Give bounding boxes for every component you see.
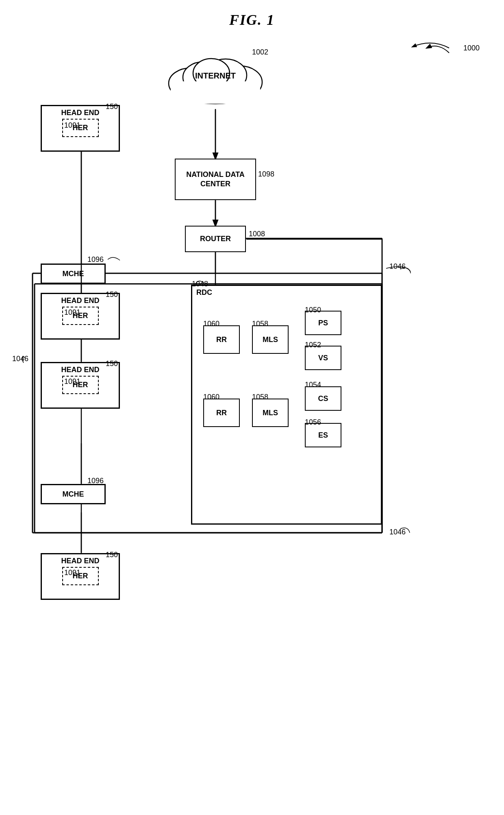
cs-node: CS <box>305 386 341 411</box>
rdc-label: RDC <box>196 288 212 297</box>
mls-1-label: MLS <box>263 336 278 344</box>
ref-mche-top: 1096 <box>87 255 104 264</box>
ref-her1: 1091 <box>64 121 80 130</box>
rr-2-node: RR <box>203 399 240 427</box>
ref-cs: 1054 <box>305 381 321 389</box>
he4-label: HEAD END <box>61 557 99 565</box>
diagram-container: FIG. 1 1000 <box>0 0 504 815</box>
ref-mls1: 1058 <box>252 320 268 328</box>
ref-rr1: 1060 <box>203 320 219 328</box>
ref-he2: 150 <box>106 290 118 299</box>
ref-router: 1008 <box>249 230 265 238</box>
ref-internet: 1002 <box>252 48 268 57</box>
ref-he3: 150 <box>106 360 118 368</box>
svg-rect-22 <box>171 81 260 104</box>
rr-1-node: RR <box>203 325 240 354</box>
ref-her3: 1091 <box>64 377 80 386</box>
he2-label: HEAD END <box>61 296 99 305</box>
mche-top-node: MCHE <box>41 264 106 284</box>
ref-he1: 150 <box>106 102 118 111</box>
router-label: ROUTER <box>200 235 231 243</box>
rr-1-label: RR <box>216 336 227 344</box>
ref-es: 1056 <box>305 418 321 427</box>
vs-label: VS <box>318 354 328 362</box>
he3-label: HEAD END <box>61 366 99 374</box>
ref-1046-top: 1046 <box>389 262 406 271</box>
mche-top-label: MCHE <box>63 270 84 278</box>
ref-rdc: 1048 <box>192 280 208 288</box>
ref-her2: 1091 <box>64 308 80 317</box>
mche-bottom-node: MCHE <box>41 484 106 504</box>
ref-ps: 1050 <box>305 306 321 314</box>
ref-1046-bottom: 1046 <box>389 528 406 536</box>
ref-her4: 1091 <box>64 569 80 577</box>
mche-bottom-label: MCHE <box>63 490 84 499</box>
ref-1000: 1000 <box>463 44 480 52</box>
vs-node: VS <box>305 346 341 370</box>
internet-label: INTERNET <box>159 71 272 81</box>
rr-2-label: RR <box>216 409 227 417</box>
es-label: ES <box>318 431 328 440</box>
ref-he4: 150 <box>106 551 118 559</box>
ndc-label: NATIONAL DATA CENTER <box>176 170 255 189</box>
ref-rr2: 1060 <box>203 393 219 401</box>
ref-ndc: 1098 <box>258 170 274 179</box>
router-node: ROUTER <box>185 226 246 252</box>
ref-mls2: 1058 <box>252 393 268 401</box>
mls-1-node: MLS <box>252 325 289 354</box>
internet-node: INTERNET <box>159 49 272 109</box>
es-node: ES <box>305 423 341 447</box>
national-data-center-node: NATIONAL DATA CENTER <box>175 159 256 200</box>
ref-1046-left: 1046 <box>12 355 28 363</box>
mls-2-node: MLS <box>252 399 289 427</box>
figure-title: FIG. 1 <box>229 11 275 28</box>
cs-label: CS <box>318 394 328 403</box>
he1-label: HEAD END <box>61 109 99 117</box>
mls-2-label: MLS <box>263 409 278 417</box>
ps-label: PS <box>318 319 328 327</box>
ref-vs: 1052 <box>305 341 321 349</box>
ps-node: PS <box>305 311 341 335</box>
ref-mche-bottom: 1096 <box>87 477 104 485</box>
